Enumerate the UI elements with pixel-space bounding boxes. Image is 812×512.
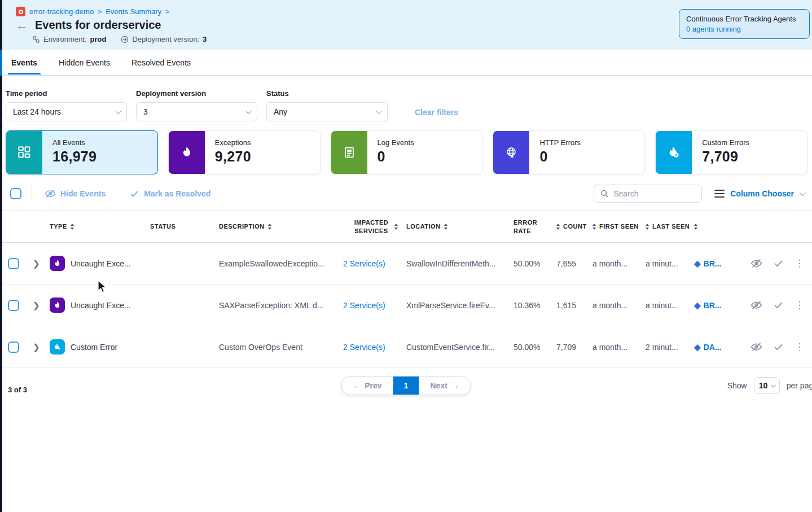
mark-resolved-button[interactable]: Mark as Resolved: [129, 189, 210, 199]
filters-bar: Time period Last 24 hours Deployment ver…: [0, 76, 812, 127]
sort-icon[interactable]: [592, 224, 596, 230]
deployment-meta: Deployment version: 3: [121, 35, 207, 43]
diamond-icon: ◆: [694, 259, 701, 269]
row-menu-icon[interactable]: ⋮: [795, 259, 804, 268]
event-type: Uncaught Exce...: [71, 301, 131, 310]
impacted-services-link[interactable]: 2 Service(s): [343, 301, 406, 310]
table-footer: 3 of 3 ← Prev 1 Next → Show 10 per page: [0, 368, 812, 400]
impacted-services-link[interactable]: 2 Service(s): [343, 259, 406, 268]
chevron-down-icon: [245, 108, 252, 114]
resolve-check-icon[interactable]: [773, 258, 784, 269]
row-checkbox[interactable]: [8, 300, 19, 311]
tab-bar: Events Hidden Events Resolved Events: [0, 50, 812, 76]
flame-gear-icon: [50, 339, 65, 355]
flame-gear-icon: [656, 131, 692, 174]
impacted-services-link[interactable]: 2 Service(s): [343, 343, 406, 352]
expand-chevron-icon[interactable]: ❯: [30, 300, 50, 310]
expand-chevron-icon[interactable]: ❯: [30, 259, 50, 269]
sort-icon[interactable]: [694, 224, 697, 230]
error-tracking-logo-icon: [16, 7, 25, 16]
table-toolbar: Hide Events Mark as Resolved Column Choo…: [0, 174, 812, 211]
col-error-rate: ERROR RATE: [513, 218, 536, 235]
page-size-control: Show 10 per page: [727, 377, 812, 394]
sort-icon[interactable]: [646, 224, 649, 230]
sort-icon[interactable]: [394, 224, 398, 230]
first-seen: a month...: [592, 301, 646, 310]
card-http-errors[interactable]: HTTP Errors 0: [493, 130, 645, 174]
event-count: 7,709: [556, 343, 592, 352]
page-size-select[interactable]: 10: [754, 377, 780, 394]
hide-event-icon[interactable]: [750, 299, 762, 311]
tab-events[interactable]: Events: [10, 51, 38, 75]
clear-filters-button[interactable]: Clear filters: [415, 108, 458, 117]
mark-resolved-label: Mark as Resolved: [144, 189, 210, 198]
next-page-button[interactable]: Next →: [419, 381, 471, 390]
select-all-checkbox[interactable]: [10, 188, 21, 199]
show-label: Show: [727, 381, 747, 390]
sort-icon[interactable]: [556, 224, 560, 230]
card-exceptions[interactable]: Exceptions 9,270: [168, 130, 321, 174]
first-seen: a month...: [592, 343, 646, 352]
row-checkbox[interactable]: [8, 342, 19, 353]
chevron-down-icon: [115, 108, 121, 114]
back-arrow-icon[interactable]: ←: [16, 20, 28, 31]
row-menu-icon[interactable]: ⋮: [795, 300, 804, 310]
search-input[interactable]: [613, 189, 687, 198]
diamond-icon: ◆: [694, 300, 701, 310]
sort-icon[interactable]: [444, 224, 447, 230]
version-link[interactable]: ◆ BR...: [694, 300, 743, 310]
summary-cards: All Events 16,979 Exceptions 9,270 Log E…: [0, 127, 812, 174]
col-impacted-services: IMPACTED SERVICES: [352, 218, 391, 235]
resolve-check-icon[interactable]: [773, 300, 784, 310]
card-all-events[interactable]: All Events 16,979: [6, 130, 158, 174]
card-log-events[interactable]: Log Events 0: [331, 130, 483, 174]
sort-icon[interactable]: [71, 224, 74, 230]
grid-icon: [6, 131, 42, 174]
event-description: ExampleSwallowedExceptio...: [219, 259, 343, 268]
current-page-button[interactable]: 1: [393, 376, 419, 395]
agents-running-link[interactable]: 0 agents running: [686, 25, 802, 33]
version-link[interactable]: ◆ DA...: [694, 342, 743, 352]
deployment-version-select[interactable]: 3: [136, 102, 257, 121]
first-seen: a month...: [592, 259, 646, 268]
col-count: COUNT: [563, 222, 587, 230]
tab-resolved-events[interactable]: Resolved Events: [130, 51, 192, 75]
arrow-left-icon: ←: [353, 381, 361, 390]
tab-hidden-events[interactable]: Hidden Events: [58, 51, 111, 75]
chevron-down-icon: [376, 108, 382, 114]
card-value: 9,270: [215, 148, 251, 165]
breadcrumb-page-link[interactable]: Events Summary: [106, 7, 161, 16]
version-link[interactable]: ◆ BR...: [694, 259, 743, 269]
time-period-select[interactable]: Last 24 hours: [6, 102, 127, 121]
card-label: All Events: [52, 138, 96, 147]
event-location: XmlParseService.fireEv...: [406, 301, 513, 310]
hide-event-icon[interactable]: [750, 341, 762, 353]
table-row: ❯ Uncaught Exce... ExampleSwallowedExcep…: [0, 243, 812, 285]
arrow-right-icon: →: [451, 381, 459, 390]
hide-event-icon[interactable]: [750, 257, 762, 269]
event-count: 1,615: [556, 301, 592, 310]
expand-chevron-icon[interactable]: ❯: [30, 342, 50, 352]
row-menu-icon[interactable]: ⋮: [795, 342, 804, 352]
hide-events-label: Hide Events: [60, 189, 106, 198]
toolbar-divider: [32, 186, 32, 201]
breadcrumb-project-link[interactable]: error-tracking-demo: [29, 7, 94, 16]
column-chooser-button[interactable]: Column Chooser: [714, 189, 804, 198]
card-custom-errors[interactable]: Custom Errors 7,709: [655, 130, 807, 174]
chevron-down-icon: [800, 190, 806, 196]
hide-events-button[interactable]: Hide Events: [45, 188, 106, 199]
environment-icon: [32, 36, 40, 43]
card-label: HTTP Errors: [539, 138, 581, 147]
flame-icon: [50, 256, 65, 271]
resolve-check-icon[interactable]: [773, 342, 784, 352]
card-label: Log Events: [378, 138, 414, 147]
last-seen: 2 minut...: [646, 343, 694, 352]
status-select[interactable]: Any: [266, 102, 388, 121]
per-page-label: per page: [787, 381, 812, 390]
row-checkbox[interactable]: [8, 258, 19, 269]
event-description: SAXParseException: XML d...: [219, 301, 343, 310]
time-period-value: Last 24 hours: [13, 107, 61, 116]
sort-icon[interactable]: [268, 224, 271, 230]
prev-page-button[interactable]: ← Prev: [341, 381, 393, 390]
error-rate: 10.36%: [513, 301, 556, 310]
